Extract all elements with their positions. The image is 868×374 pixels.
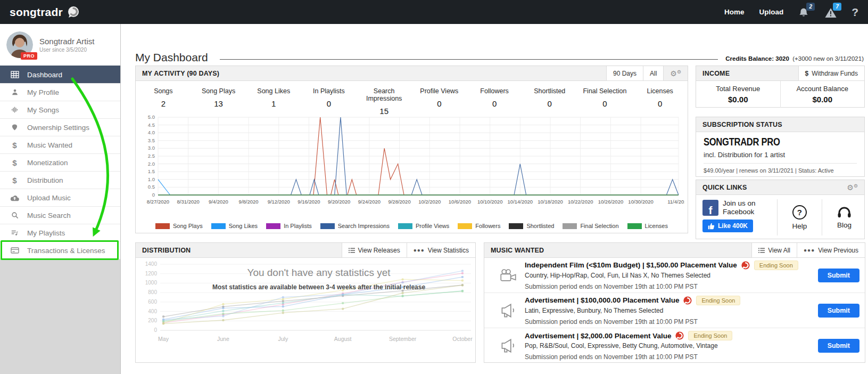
stat-song-likes: Song Likes1 (246, 82, 301, 112)
activity-legend: Song PlaysSong LikesIn PlaylistsSearch I… (136, 223, 688, 229)
sidebar-item-label: Dashboard (27, 71, 62, 79)
credits-label: Credits Balance: (725, 55, 774, 62)
notifications-bell-icon[interactable]: 2 (798, 6, 810, 18)
submit-button[interactable]: Submit (818, 304, 859, 318)
legend-licenses[interactable]: Licenses (627, 223, 668, 229)
sidebar-item-music-search[interactable]: Music Search (0, 206, 120, 224)
listing-genres: Pop, R&B/Soul, Cool, Expressive, Betty C… (525, 342, 808, 349)
profile-card[interactable]: PRO Songtradr Artist User since 3/5/2020 (0, 24, 120, 66)
svg-text:400: 400 (148, 308, 157, 314)
stat-final-selection: Final Selection0 (577, 82, 633, 112)
legend-song-likes[interactable]: Song Likes (211, 223, 258, 229)
quick-links-panel: QUICK LINKS ⚙⚙ f Join us on Facebook (696, 180, 865, 239)
svg-text:11/4/2020: 11/4/2020 (667, 199, 684, 205)
quick-links-settings-gear-icon[interactable]: ⚙⚙ (840, 180, 864, 194)
sidebar-item-ownership-settings[interactable]: Ownership Settings (0, 118, 120, 136)
legend-song-plays[interactable]: Song Plays (155, 223, 203, 229)
view-previous-button[interactable]: ●●● View Previous (797, 243, 865, 257)
music-wanted-header: MUSIC WANTED View All ●●● View Previous (484, 243, 865, 258)
credits-balance: Credits Balance: 3020 (+3000 new on 3/11… (725, 53, 864, 62)
legend-followers[interactable]: Followers (458, 223, 500, 229)
facebook-link[interactable]: f Join us on Facebook Like 400K (702, 199, 770, 235)
sidebar-item-monetization[interactable]: $ Monetization (0, 153, 120, 171)
ending-soon-badge: Ending Soon (696, 296, 740, 305)
alerts-triangle-icon[interactable]: 7 (825, 6, 837, 18)
alert-badge: 7 (833, 3, 841, 11)
sidebar-item-label: Upload Music (27, 194, 71, 202)
stat-profile-views: Profile Views0 (412, 82, 467, 112)
svg-text:9/12/2020: 9/12/2020 (268, 199, 290, 205)
megaphone-icon (492, 303, 525, 318)
quick-links-title: QUICK LINKS (696, 184, 747, 191)
ellipsis-icon: ●●● (804, 247, 815, 253)
credit-card-icon (10, 247, 19, 254)
view-releases-button[interactable]: View Releases (342, 243, 407, 257)
stat-songs: Songs2 (136, 82, 191, 112)
list-icon (349, 248, 355, 253)
submit-button[interactable]: Submit (818, 339, 859, 353)
sidebar-item-my-playlists[interactable]: My Playlists (0, 224, 120, 241)
sidebar-item-my-profile[interactable]: My Profile (0, 83, 120, 101)
help-link[interactable]: ? Help (785, 199, 814, 235)
question-circle-icon: ? (792, 205, 807, 219)
dashboard-grid-icon (10, 71, 19, 78)
svg-text:0: 0 (154, 327, 157, 333)
legend-in-playlists[interactable]: In Playlists (266, 223, 312, 229)
divider (822, 199, 822, 235)
playlist-icon (10, 229, 19, 237)
nav-home[interactable]: Home (724, 8, 745, 16)
activity-settings-gear-icon[interactable]: ⚙⚙ (663, 66, 688, 80)
withdraw-funds-button[interactable]: $ Withdraw Funds (798, 66, 864, 80)
sidebar-item-transactions-licenses[interactable]: Transactions & Licenses (0, 241, 120, 259)
svg-text:600: 600 (148, 299, 157, 305)
sidebar-item-distribution[interactable]: $ Distribution (0, 171, 120, 189)
view-all-button[interactable]: View All (751, 243, 797, 257)
songtradr-swirl-icon (741, 261, 750, 270)
dollar-icon: $ (805, 70, 809, 77)
svg-text:9/28/2020: 9/28/2020 (388, 199, 410, 205)
sidebar-item-my-songs[interactable]: My Songs (0, 101, 120, 118)
plan-terms: $49.00/year | renews on 3/11/2021 | Stat… (704, 167, 857, 174)
svg-text:9/20/2020: 9/20/2020 (328, 199, 350, 205)
view-statistics-button[interactable]: ●●● View Statistics (407, 243, 475, 257)
legend-search-impressions[interactable]: Search Impressions (320, 223, 390, 229)
sidebar-item-label: Ownership Settings (27, 124, 89, 132)
facebook-like-button[interactable]: Like 400K (702, 219, 753, 232)
plan-name: SONGTRADR PRO (704, 136, 845, 149)
pro-badge: PRO (21, 52, 37, 60)
legend-profile-views[interactable]: Profile Views (398, 223, 449, 229)
blog-link[interactable]: Blog (830, 199, 859, 235)
range-all-button[interactable]: All (643, 66, 663, 80)
sidebar-item-music-wanted[interactable]: $ Music Wanted (0, 136, 120, 153)
credits-value: 3020 (775, 55, 789, 62)
nav-upload[interactable]: Upload (759, 8, 783, 16)
songtradr-dashboard: songtradr Home Upload 2 (0, 0, 868, 374)
my-activity-panel: MY ACTIVITY (90 DAYS) 90 Days All ⚙⚙ Son… (135, 66, 688, 233)
svg-text:8/31/2020: 8/31/2020 (177, 199, 200, 205)
svg-text:October: October (452, 336, 473, 342)
divider (777, 199, 778, 235)
stat-in-playlists: In Playlists0 (301, 82, 357, 112)
songtradr-logo[interactable]: songtradr (10, 6, 80, 19)
legend-shortlisted[interactable]: Shortlisted (509, 223, 554, 229)
svg-text:1.0: 1.0 (148, 176, 155, 182)
upload-cloud-icon (10, 194, 19, 201)
facebook-text: Join us on Facebook (723, 199, 770, 216)
distribution-title: DISTRIBUTION (136, 247, 191, 254)
help-question-icon[interactable]: ? (852, 6, 858, 19)
submit-button[interactable]: Submit (818, 269, 859, 282)
legend-final-selection[interactable]: Final Selection (563, 223, 618, 229)
range-90-days-button[interactable]: 90 Days (606, 66, 643, 80)
distribution-chart: 0200400600800100012001400MayJuneJulyAugu… (137, 260, 475, 351)
credits-note: (+3000 new on 3/11/2021) (792, 55, 864, 62)
quick-links-header: QUICK LINKS ⚙⚙ (696, 180, 864, 195)
svg-text:800: 800 (148, 289, 157, 295)
sidebar-item-label: My Profile (27, 88, 59, 96)
sidebar-item-upload-music[interactable]: Upload Music (0, 189, 120, 206)
svg-text:2.5: 2.5 (148, 153, 155, 159)
svg-text:9/16/2020: 9/16/2020 (297, 199, 320, 205)
sidebar-item-dashboard[interactable]: Dashboard (0, 66, 120, 83)
svg-text:0: 0 (152, 192, 155, 198)
svg-text:10/26/2020: 10/26/2020 (598, 199, 624, 205)
listing-genres: Country, Hip-Hop/Rap, Cool, Fun, Lil Nas… (525, 272, 808, 279)
